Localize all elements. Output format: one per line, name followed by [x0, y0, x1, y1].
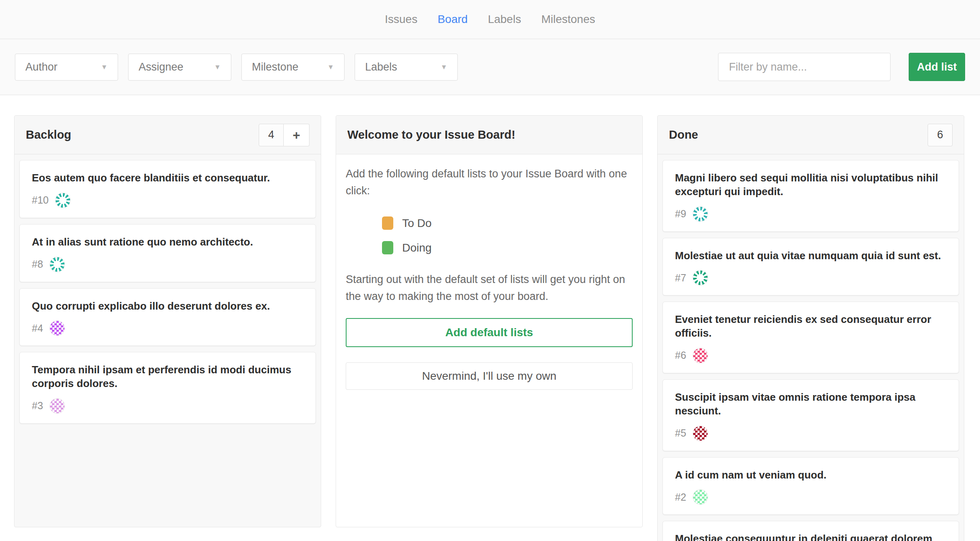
welcome-list-header: Welcome to your Issue Board! — [336, 116, 642, 154]
issue-board: Backlog 4 + Eos autem quo facere blandit… — [0, 95, 980, 541]
issue-card-meta: #3 — [32, 398, 303, 414]
issue-number: #4 — [32, 323, 43, 334]
board-list-done: Done 6 Magni libero sed sequi mollitia n… — [657, 115, 964, 541]
issue-card-title: At in alias sunt ratione quo nemo archit… — [32, 235, 303, 249]
issue-card-meta: #8 — [32, 257, 303, 272]
issue-number: #7 — [675, 272, 686, 284]
assignee-avatar — [50, 257, 65, 272]
assignee-avatar — [50, 320, 65, 336]
assignee-avatar — [55, 193, 71, 208]
assignee-filter-label: Assignee — [139, 61, 183, 73]
issue-card[interactable]: Quo corrupti explicabo illo deserunt dol… — [19, 288, 316, 346]
add-list-button[interactable]: Add list — [909, 53, 965, 81]
issue-card[interactable]: At in alias sunt ratione quo nemo archit… — [19, 224, 316, 282]
issue-card-meta: #4 — [32, 320, 303, 336]
author-filter-label: Author — [25, 61, 58, 73]
backlog-card-list: Eos autem quo facere blanditiis et conse… — [15, 154, 321, 432]
issue-card[interactable]: Tempora nihil ipsam et perferendis id mo… — [19, 352, 316, 424]
issue-number: #6 — [675, 350, 686, 361]
issue-card[interactable]: Magni libero sed sequi mollitia nisi vol… — [662, 160, 959, 232]
issue-number: #9 — [675, 208, 686, 220]
labels-filter-dropdown[interactable]: Labels ▼ — [355, 54, 458, 81]
issue-card-title: Magni libero sed sequi mollitia nisi vol… — [675, 171, 947, 199]
welcome-intro-text: Add the following default lists to your … — [346, 166, 633, 200]
done-card-list: Magni libero sed sequi mollitia nisi vol… — [658, 154, 964, 541]
tab-issues[interactable]: Issues — [384, 10, 418, 28]
chevron-down-icon: ▼ — [214, 64, 221, 71]
add-default-lists-button[interactable]: Add default lists — [346, 318, 633, 347]
issue-number: #5 — [675, 427, 686, 439]
assignee-avatar — [50, 398, 65, 414]
tab-labels[interactable]: Labels — [487, 10, 522, 28]
tab-milestones[interactable]: Milestones — [540, 10, 596, 28]
default-list-label: To Do — [402, 214, 432, 232]
chevron-down-icon: ▼ — [101, 64, 108, 71]
tab-board[interactable]: Board — [437, 10, 469, 28]
default-list-label: Doing — [402, 239, 432, 256]
backlog-header-controls: 4 + — [259, 124, 309, 146]
issue-card[interactable]: Eveniet tenetur reiciendis ex sed conseq… — [662, 302, 959, 373]
default-list-item: Doing — [346, 235, 633, 260]
milestone-filter-label: Milestone — [252, 61, 299, 73]
issue-card-title: Eveniet tenetur reiciendis ex sed conseq… — [675, 313, 947, 340]
backlog-list-header: Backlog 4 + — [15, 116, 321, 154]
issue-number: #3 — [32, 400, 43, 412]
issue-card[interactable]: Molestiae ut aut quia vitae numquam quia… — [662, 238, 959, 296]
assignee-filter-dropdown[interactable]: Assignee ▼ — [128, 54, 231, 81]
issue-card[interactable]: A id cum nam ut veniam quod. #2 — [662, 457, 959, 515]
issue-card[interactable]: Eos autem quo facere blanditiis et conse… — [19, 160, 316, 218]
issue-count-badge: 6 — [928, 124, 953, 146]
issue-card[interactable]: Suscipit ipsam vitae omnis ratione tempo… — [662, 379, 959, 451]
done-list-header: Done 6 — [658, 116, 964, 154]
author-filter-dropdown[interactable]: Author ▼ — [15, 54, 118, 81]
default-list-item: To Do — [346, 211, 633, 235]
issue-count-badge: 4 — [259, 124, 284, 146]
issue-card-meta: #7 — [675, 270, 947, 285]
nevermind-button[interactable]: Nevermind, I'll use my own — [346, 362, 633, 390]
assignee-avatar — [693, 348, 708, 363]
issue-card-title: A id cum nam ut veniam quod. — [675, 468, 947, 482]
issue-card-title: Quo corrupti explicabo illo deserunt dol… — [32, 300, 303, 313]
plus-icon: + — [293, 128, 300, 142]
issue-number: #10 — [32, 194, 49, 206]
issue-number: #2 — [675, 491, 686, 503]
add-issue-button[interactable]: + — [284, 124, 309, 146]
issue-card-title: Suscipit ipsam vitae omnis ratione tempo… — [675, 391, 947, 418]
welcome-title: Welcome to your Issue Board! — [347, 128, 515, 141]
issue-card-title: Tempora nihil ipsam et perferendis id mo… — [32, 363, 303, 391]
default-lists: To Do Doing — [346, 211, 633, 260]
issue-card-meta: #5 — [675, 426, 947, 441]
assignee-avatar — [693, 270, 708, 285]
doing-label-color-swatch — [382, 241, 393, 254]
issue-card-meta: #9 — [675, 206, 947, 222]
board-list-welcome: Welcome to your Issue Board! Add the fol… — [336, 115, 643, 527]
issue-card[interactable]: Molestiae consequuntur in deleniti quaer… — [662, 521, 959, 541]
issue-number: #8 — [32, 258, 43, 270]
assignee-avatar — [693, 489, 708, 505]
milestone-filter-dropdown[interactable]: Milestone ▼ — [241, 54, 345, 81]
board-list-backlog: Backlog 4 + Eos autem quo facere blandit… — [14, 115, 321, 527]
issue-card-meta: #10 — [32, 193, 303, 208]
board-filter-bar: Author ▼ Assignee ▼ Milestone ▼ Labels ▼… — [0, 39, 980, 95]
issue-card-title: Molestiae consequuntur in deleniti quaer… — [675, 532, 947, 541]
list-title: Backlog — [26, 128, 71, 141]
issue-card-title: Molestiae ut aut quia vitae numquam quia… — [675, 249, 947, 263]
welcome-body: Add the following default lists to your … — [336, 154, 642, 390]
filter-by-name-input[interactable] — [718, 53, 891, 81]
list-title: Done — [669, 128, 698, 141]
chevron-down-icon: ▼ — [327, 64, 334, 71]
project-sub-nav: Issues Board Labels Milestones — [0, 0, 980, 39]
assignee-avatar — [693, 206, 708, 222]
assignee-avatar — [693, 426, 708, 441]
issue-card-meta: #6 — [675, 348, 947, 363]
welcome-footer-text: Starting out with the default set of lis… — [346, 271, 633, 305]
issue-card-title: Eos autem quo facere blanditiis et conse… — [32, 171, 303, 185]
labels-filter-label: Labels — [365, 61, 397, 73]
todo-label-color-swatch — [382, 216, 393, 230]
chevron-down-icon: ▼ — [440, 64, 447, 71]
issue-card-meta: #2 — [675, 489, 947, 505]
